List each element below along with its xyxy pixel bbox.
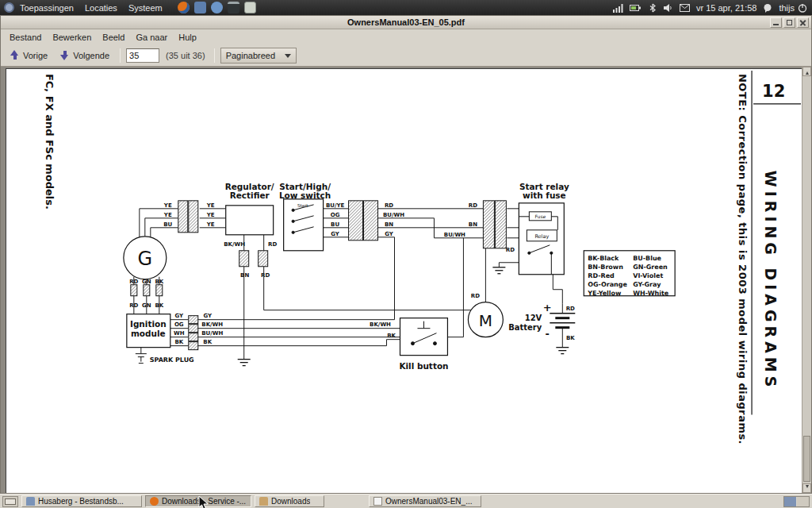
user-menu[interactable]: thijs: [779, 3, 807, 13]
mouse-cursor: [198, 495, 209, 508]
panel-launchers: [178, 2, 256, 13]
wire-label: BU-Blue: [633, 255, 661, 262]
connector-block: [178, 201, 188, 233]
svg-text:Low switch: Low switch: [279, 190, 331, 200]
panel-clock[interactable]: vr 15 apr, 21:58: [696, 3, 756, 13]
ground-icon: [556, 348, 569, 354]
messaging-icon[interactable]: [763, 3, 772, 13]
top-panel: Toepassingen Locaties Systeem vr 15 apr,…: [0, 0, 812, 15]
menu-beeld[interactable]: Beeld: [97, 31, 130, 44]
wiring-diagrams-title: WIRING DIAGRAMS: [762, 171, 779, 391]
minimize-button[interactable]: [770, 17, 782, 28]
spark-plug-symbol: [136, 354, 147, 364]
wire-label: BK: [203, 339, 212, 345]
system-menu[interactable]: Systeem: [123, 0, 168, 15]
ground-icon: [492, 267, 505, 274]
page-count-label: (35 uit 36): [163, 51, 209, 60]
places-menu[interactable]: Locaties: [79, 0, 123, 15]
up-arrow-icon: [10, 50, 19, 60]
places-menu-label: Locaties: [85, 3, 117, 13]
wire-label: BK: [566, 335, 575, 341]
section-number: 12: [762, 82, 785, 101]
wire-label: BN-Brown: [588, 264, 623, 271]
wire-labels: YEYEBUYEYEYEBK/WHRDBNRDBU/YEOGBUGYRDBU/W…: [129, 202, 668, 345]
wire-label: OG: [331, 212, 340, 218]
svg-text:Kill button: Kill button: [399, 361, 448, 371]
menu-ga-naar[interactable]: Ga naar: [130, 31, 173, 44]
network-signal-icon[interactable]: [613, 3, 623, 13]
svg-text:Relay: Relay: [534, 233, 549, 240]
panel-indicators: vr 15 apr, 21:58 thijs: [613, 3, 812, 13]
volume-icon[interactable]: [664, 3, 673, 13]
taskbar: Husaberg - Bestandsb... Downloads - Serv…: [0, 494, 812, 508]
workspace-switcher[interactable]: [783, 496, 810, 507]
wire-label: BU/WH: [444, 232, 465, 238]
menu-hulp[interactable]: Hulp: [173, 31, 202, 44]
zoom-value: Paginabreed: [226, 51, 275, 60]
system-menu-label: Systeem: [128, 3, 163, 13]
menu-bestand[interactable]: Bestand: [4, 31, 47, 44]
svg-text:with fuse: with fuse: [523, 190, 566, 200]
svg-text:Fuse: Fuse: [534, 214, 546, 219]
wire-label: GY: [203, 313, 213, 319]
ground-icon: [238, 360, 251, 366]
workspace-2[interactable]: [797, 497, 809, 506]
scroll-up-button[interactable]: [802, 67, 811, 76]
svg-text:+: +: [543, 302, 552, 314]
show-desktop-button[interactable]: [2, 496, 18, 507]
wire-label: RD: [129, 279, 138, 285]
taskbar-item-file-manager[interactable]: Husaberg - Bestandsb...: [21, 495, 142, 507]
pdf-document-icon: [373, 497, 382, 506]
mail-launcher-icon[interactable]: [194, 2, 206, 13]
next-page-button[interactable]: Volgende: [56, 48, 114, 63]
previous-page-button[interactable]: Vorige: [6, 48, 52, 63]
connector-block: [131, 285, 137, 296]
wire-label: BK: [155, 279, 163, 285]
connector-block: [239, 251, 249, 267]
wire-label: BU: [331, 221, 339, 228]
svg-text:Rectifier: Rectifier: [230, 190, 270, 200]
taskbar-item-pdf[interactable]: OwnersManual03-EN_...: [369, 495, 481, 507]
wire-label: YE: [206, 221, 215, 228]
titlebar[interactable]: OwnersManual03-EN_05.pdf: [1, 16, 811, 29]
close-button[interactable]: [797, 17, 809, 28]
vertical-scrollbar[interactable]: [802, 67, 811, 493]
svg-text:SPARK PLUG: SPARK PLUG: [150, 356, 194, 364]
menu-bewerken[interactable]: Bewerken: [47, 31, 97, 44]
chevron-down-icon: [285, 54, 291, 61]
wire-label: BK/WH: [224, 241, 245, 248]
zoom-dropdown[interactable]: Paginabreed: [220, 48, 297, 64]
firefox-launcher-icon[interactable]: [178, 2, 190, 13]
window-controls: [770, 17, 811, 28]
generator-label: G: [138, 248, 153, 270]
applications-menu[interactable]: Toepassingen: [14, 0, 79, 15]
distributor-logo-icon[interactable]: [4, 2, 14, 13]
bluetooth-icon[interactable]: [648, 3, 657, 13]
scrollbar-thumb[interactable]: [803, 436, 810, 482]
connector-block: [189, 201, 198, 233]
connector-block: [144, 285, 150, 296]
regulator-box: [226, 206, 274, 235]
text-editor-launcher-icon[interactable]: [244, 2, 256, 13]
power-icon: [798, 3, 807, 13]
help-launcher-icon[interactable]: [211, 2, 223, 13]
wire-label: BU/YE: [326, 202, 345, 209]
page-number-input[interactable]: [126, 48, 159, 63]
terminal-launcher-icon[interactable]: [228, 2, 239, 13]
svg-text:12V: 12V: [525, 314, 542, 322]
taskbar-item-downloads[interactable]: Downloads: [255, 495, 324, 507]
mail-indicator-icon[interactable]: [680, 4, 690, 12]
wire-label: GY: [385, 231, 394, 237]
maximize-button[interactable]: [783, 17, 795, 28]
battery-icon[interactable]: [630, 4, 642, 12]
wire-label: OG: [174, 321, 184, 328]
wire-label: OG-Orange: [588, 281, 627, 288]
svg-text:module: module: [131, 329, 166, 338]
wire-label: RD: [506, 247, 515, 253]
wire-label: YE-Yellow: [587, 290, 622, 297]
scroll-down-button[interactable]: [802, 483, 811, 493]
menubar: Bestand Bewerken Beeld Ga naar Hulp: [1, 29, 811, 44]
wire-label: BN: [240, 272, 249, 279]
workspace-1[interactable]: [784, 497, 796, 506]
wire-label: BK: [174, 339, 183, 345]
